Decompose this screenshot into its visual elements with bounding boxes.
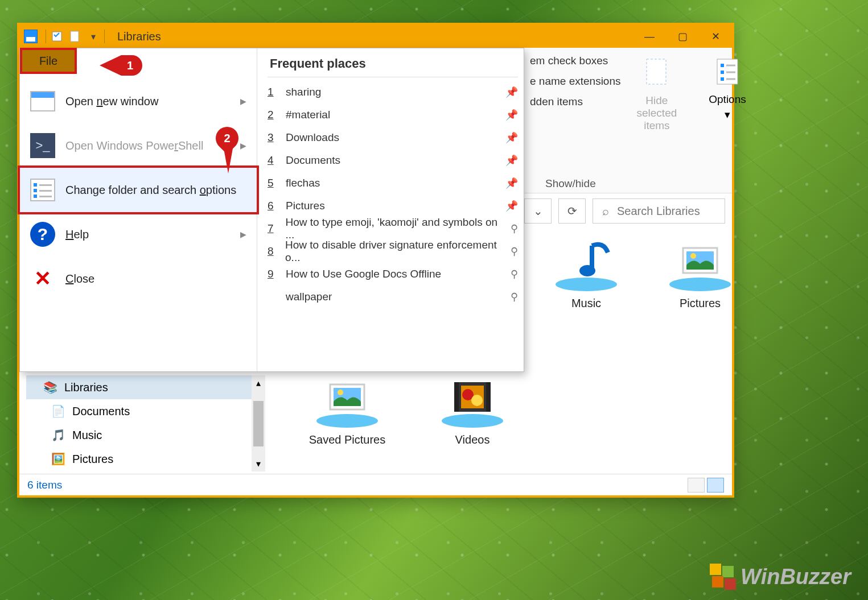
svg-point-10: [556, 278, 617, 291]
hide-selected-button[interactable]: Hide selected items: [637, 55, 677, 193]
music-library-icon: [552, 235, 620, 292]
new-folder-icon[interactable]: [69, 30, 81, 43]
pin-icon[interactable]: 📌: [505, 200, 518, 212]
frequent-place-item[interactable]: 3Downloads📌: [268, 126, 518, 149]
pin-icon[interactable]: 📌: [505, 86, 518, 98]
frequent-place-item[interactable]: 6Pictures📌: [268, 195, 518, 217]
nav-pictures[interactable]: 🖼️Pictures: [26, 447, 252, 471]
chevron-right-icon: ▶: [240, 141, 246, 150]
checkbox-item-check-boxes[interactable]: em check boxes: [530, 55, 621, 67]
watermark-logo-icon: [710, 564, 736, 590]
status-bar: 6 items: [19, 474, 732, 495]
frequent-place-item[interactable]: 5flechas📌: [268, 172, 518, 195]
search-placeholder: Search Libraries: [617, 205, 700, 218]
pin-outline-icon[interactable]: ⚲: [511, 268, 518, 280]
svg-rect-0: [52, 32, 61, 41]
ribbon-showhide-group: em check boxes e name extensions dden it…: [524, 48, 732, 193]
address-history-button[interactable]: ⌄: [524, 198, 552, 224]
library-item-music[interactable]: Music: [535, 235, 637, 310]
options-label: Options: [709, 93, 746, 106]
library-item-saved-pictures[interactable]: Saved Pictures: [296, 372, 398, 446]
svg-rect-1: [71, 31, 79, 42]
window-title: Libraries: [117, 30, 161, 43]
svg-point-19: [338, 390, 343, 395]
frequent-place-item[interactable]: 8How to disable driver signature enforce…: [268, 240, 518, 263]
file-menu-frequent: Frequent places 1sharing📌2#material📌3Dow…: [257, 48, 524, 371]
nav-libraries[interactable]: 📚 Libraries: [26, 375, 252, 399]
nav-documents[interactable]: 📄Documents: [26, 399, 252, 423]
saved-pictures-library-icon: [313, 372, 381, 429]
qat-dropdown-icon[interactable]: ▾: [87, 30, 100, 43]
svg-point-15: [690, 253, 696, 259]
chevron-down-icon: ▾: [725, 108, 730, 121]
library-item-pictures[interactable]: Pictures: [649, 235, 751, 310]
nav-music[interactable]: 🎵Music: [26, 423, 252, 447]
showhide-checkbox-list: em check boxes e name extensions dden it…: [530, 55, 621, 193]
options-button[interactable]: Options ▾: [709, 55, 746, 193]
pictures-library-icon: [666, 235, 734, 292]
file-menu-commands: Open new window ▶ >_ Open Windows PowerS…: [20, 48, 257, 371]
options-icon: [30, 179, 55, 201]
frequent-place-item[interactable]: 4Documents📌: [268, 149, 518, 172]
pin-outline-icon[interactable]: ⚲: [511, 222, 518, 235]
navigation-pane: 📚 Libraries 📄Documents 🎵Music 🖼️Pictures…: [26, 375, 265, 471]
close-button[interactable]: ✕: [699, 25, 732, 48]
explorer-window: ▾ Libraries — ▢ ✕ ⌃ ? em check boxes e n…: [17, 23, 734, 498]
frequent-place-item[interactable]: 7How to type emoji, 'kaomoji' and symbol…: [268, 217, 518, 240]
file-menu: File 1 2 Open new window ▶ >_ Open Windo…: [19, 48, 524, 372]
chevron-right-icon: ▶: [240, 97, 246, 106]
nav-scrollbar[interactable]: ▴ ▾: [252, 375, 265, 471]
pin-outline-icon[interactable]: ⚲: [511, 291, 518, 303]
powershell-icon: >_: [30, 133, 55, 158]
svg-rect-4: [721, 64, 724, 67]
svg-rect-5: [721, 71, 724, 74]
svg-rect-23: [486, 382, 491, 412]
pin-icon[interactable]: 📌: [505, 154, 518, 167]
library-item-videos[interactable]: Videos: [421, 372, 524, 446]
refresh-button[interactable]: ⟳: [558, 198, 586, 224]
close-icon: ✕: [34, 267, 51, 291]
thumbnails-view-button[interactable]: [707, 478, 724, 493]
scrollbar-thumb[interactable]: [253, 401, 264, 446]
svg-point-11: [579, 265, 595, 276]
minimize-button[interactable]: —: [633, 25, 666, 48]
search-input[interactable]: ⌕ Search Libraries: [593, 198, 725, 224]
pin-icon[interactable]: 📌: [505, 131, 518, 144]
view-switcher: [688, 478, 724, 493]
svg-rect-2: [647, 59, 666, 84]
watermark: WinBuzzer: [710, 564, 851, 590]
libraries-icon: 📚: [43, 380, 57, 394]
pin-outline-icon[interactable]: ⚲: [511, 245, 518, 258]
hide-selected-icon: [639, 55, 675, 91]
pictures-icon: 🖼️: [51, 452, 65, 466]
hide-selected-label: Hide selected items: [637, 94, 677, 132]
properties-icon[interactable]: [51, 30, 63, 43]
pin-icon[interactable]: 📌: [505, 109, 518, 121]
file-open-new-window[interactable]: Open new window ▶: [20, 79, 257, 123]
file-close[interactable]: ✕ Close: [20, 256, 257, 301]
details-view-button[interactable]: [688, 478, 705, 493]
svg-point-16: [316, 414, 378, 428]
help-icon: ?: [30, 222, 55, 247]
maximize-button[interactable]: ▢: [666, 25, 699, 48]
separator: [104, 30, 105, 43]
separator: [46, 30, 46, 43]
checkbox-file-extensions[interactable]: e name extensions: [530, 75, 621, 88]
file-tab[interactable]: File: [20, 48, 77, 74]
pin-icon[interactable]: 📌: [505, 177, 518, 189]
file-change-folder-options[interactable]: Change folder and search options: [20, 168, 257, 212]
quick-access-toolbar: ▾: [51, 30, 100, 43]
checkbox-hidden-items[interactable]: dden items: [530, 96, 621, 108]
annotation-callout-2: 2: [216, 127, 238, 150]
scroll-up-icon[interactable]: ▴: [256, 378, 261, 388]
file-help[interactable]: ? Help ▶: [20, 212, 257, 256]
frequent-place-item[interactable]: wallpaper⚲: [268, 285, 518, 308]
scroll-down-icon[interactable]: ▾: [256, 458, 261, 469]
frequent-place-item[interactable]: 9How to Use Google Docs Offline⚲: [268, 263, 518, 285]
new-window-icon: [30, 91, 55, 111]
annotation-callout-1: 1: [100, 55, 142, 76]
window-controls: — ▢ ✕: [633, 25, 732, 48]
frequent-place-item[interactable]: 1sharing📌: [268, 81, 518, 104]
svg-point-12: [669, 278, 731, 291]
frequent-place-item[interactable]: 2#material📌: [268, 104, 518, 126]
